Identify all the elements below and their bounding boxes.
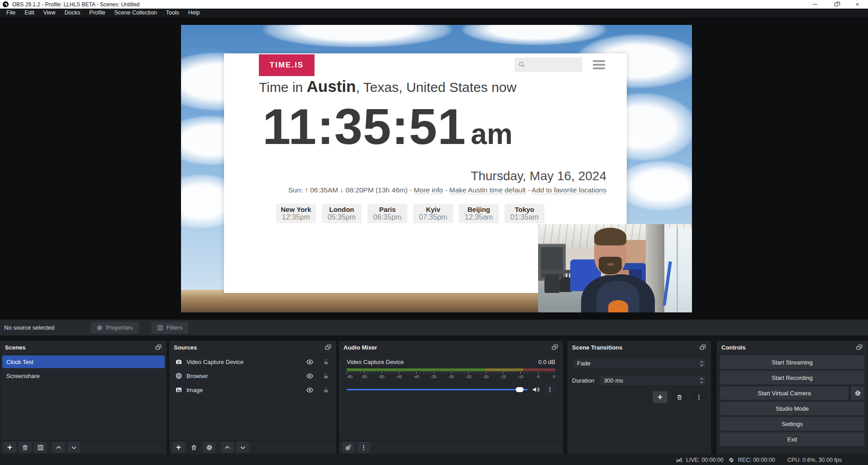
start-recording-button[interactable]: Start Recording — [720, 371, 864, 384]
city-name: Beijing — [467, 206, 490, 213]
move-source-up-button[interactable] — [221, 442, 234, 453]
menu-profile[interactable]: Profile — [85, 9, 110, 17]
gear-icon — [854, 390, 861, 397]
plus-icon: + — [176, 443, 181, 451]
start-virtual-camera-button[interactable]: Start Virtual Camera — [720, 386, 849, 400]
popout-icon[interactable] — [699, 344, 706, 350]
more-info-link: More info — [414, 186, 443, 194]
source-item-browser[interactable]: Browser — [171, 369, 334, 382]
mixer-tick-label: -40 — [413, 374, 419, 379]
remove-transition-button[interactable] — [672, 391, 687, 403]
start-streaming-button[interactable]: Start Streaming — [720, 355, 864, 369]
menu-help[interactable]: Help — [184, 9, 205, 17]
transition-menu-button[interactable] — [692, 391, 706, 403]
add-transition-button[interactable]: + — [653, 391, 668, 403]
menu-tools[interactable]: Tools — [162, 9, 184, 17]
controls-panel-header[interactable]: Controls — [717, 341, 868, 354]
move-scene-down-button[interactable] — [67, 442, 81, 453]
filters-icon — [157, 325, 163, 331]
restore-button[interactable] — [825, 0, 847, 9]
controls-panel: Controls Start Streaming Start Recording… — [716, 340, 868, 455]
world-time-tokyo: Tokyo01:35am — [505, 204, 544, 223]
studio-mode-button[interactable]: Studio Mode — [720, 402, 864, 415]
move-source-down-button[interactable] — [236, 442, 249, 453]
remove-source-button[interactable] — [187, 442, 200, 453]
scenes-panel-header[interactable]: Scenes — [0, 341, 167, 354]
live-status: LIVE: 00:00:00 — [676, 456, 724, 464]
menu-docks[interactable]: Docks — [60, 9, 85, 17]
meter-bar-right — [347, 370, 555, 372]
mixer-channel-level: 0.0 dB — [538, 359, 555, 365]
visibility-eye-icon[interactable] — [306, 386, 314, 394]
scene-item-screenshare[interactable]: Screenshare — [2, 369, 165, 382]
popout-icon[interactable] — [155, 344, 162, 350]
chevron-down-icon — [700, 364, 704, 366]
transition-select[interactable]: Fade — [572, 358, 706, 369]
source-item-image[interactable]: Image — [171, 384, 334, 396]
make-default-link: Make Austin time default — [449, 186, 526, 194]
close-icon: × — [856, 1, 859, 8]
world-times-row: New York12:35pm London05:35pm Paris06:35… — [276, 204, 544, 223]
move-scene-up-button[interactable] — [52, 442, 65, 453]
lock-icon[interactable] — [323, 359, 329, 365]
popout-icon[interactable] — [324, 344, 332, 350]
advanced-audio-button[interactable] — [342, 442, 355, 453]
add-scene-button[interactable]: + — [3, 442, 16, 453]
transitions-panel-header[interactable]: Scene Transitions — [568, 341, 711, 354]
scene-filters-button[interactable] — [34, 442, 47, 453]
lock-icon[interactable] — [323, 387, 329, 393]
add-source-button[interactable]: + — [172, 442, 185, 453]
filters-button[interactable]: Filters — [151, 322, 188, 334]
menu-edit[interactable]: Edit — [20, 9, 39, 17]
city-time: 12:35pm — [282, 213, 310, 221]
volume-slider-handle[interactable] — [516, 387, 524, 392]
popout-icon[interactable] — [551, 344, 558, 350]
volume-meter: -60-55-50-45-40-35-30-25-20-15-10-50 — [347, 369, 555, 379]
video-preview-canvas[interactable]: TIME.IS Time in Austin, Texas, United St… — [181, 25, 692, 312]
exit-button[interactable]: Exit — [720, 432, 864, 446]
live-timer: LIVE: 00:00:00 — [686, 457, 724, 463]
minimize-button[interactable] — [804, 0, 825, 9]
preview-area: TIME.IS Time in Austin, Texas, United St… — [0, 17, 868, 320]
stream-inactive-icon — [676, 456, 683, 464]
lock-icon[interactable] — [323, 373, 329, 379]
mixer-panel-header[interactable]: Audio Mixer — [339, 341, 563, 354]
popout-icon[interactable] — [856, 344, 863, 350]
camera-icon — [175, 358, 182, 365]
menu-scene-collection[interactable]: Scene Collection — [110, 9, 162, 17]
settings-button[interactable]: Settings — [720, 417, 864, 431]
scene-item-clock-test[interactable]: Clock Test — [2, 355, 165, 368]
selection-status: No source selected — [4, 324, 54, 331]
hamburger-menu-icon — [593, 60, 605, 69]
visibility-eye-icon[interactable] — [306, 372, 314, 380]
virtual-camera-config-button[interactable] — [851, 386, 864, 400]
image-icon — [175, 386, 182, 393]
channel-menu-button[interactable] — [544, 384, 555, 395]
dropdown-arrows — [697, 358, 706, 369]
selection-buttons: Properties Filters — [91, 322, 188, 334]
chevron-down-icon — [239, 444, 246, 451]
duration-spinbox[interactable]: 300 ms — [599, 375, 706, 386]
source-item-video-capture[interactable]: Video Capture Device — [171, 355, 334, 368]
city-name: Paris — [379, 206, 396, 213]
transition-selected-value: Fade — [572, 360, 697, 367]
menu-view[interactable]: View — [39, 9, 60, 17]
obs-window: OBS 29.1.2 - Profile: LLHLS BETA - Scene… — [0, 0, 868, 465]
visibility-eye-icon[interactable] — [306, 358, 314, 366]
close-button[interactable]: × — [847, 0, 868, 9]
sources-panel-header[interactable]: Sources — [169, 341, 336, 354]
source-properties-button[interactable] — [203, 442, 216, 453]
timeis-search-field — [515, 58, 582, 72]
speaker-icon[interactable] — [532, 385, 540, 394]
city-name: Kyiv — [426, 206, 440, 213]
duration-row: Duration 300 ms — [572, 375, 706, 386]
remove-scene-button[interactable] — [19, 442, 32, 453]
volume-slider[interactable] — [347, 385, 528, 393]
window-controls: × — [804, 0, 868, 9]
spinbox-arrows[interactable] — [697, 378, 706, 384]
properties-button[interactable]: Properties — [91, 322, 138, 334]
mixer-tick-label: -60 — [347, 374, 353, 379]
plus-icon: + — [7, 443, 12, 451]
menu-file[interactable]: File — [2, 9, 20, 17]
mixer-menu-button[interactable] — [357, 442, 370, 453]
